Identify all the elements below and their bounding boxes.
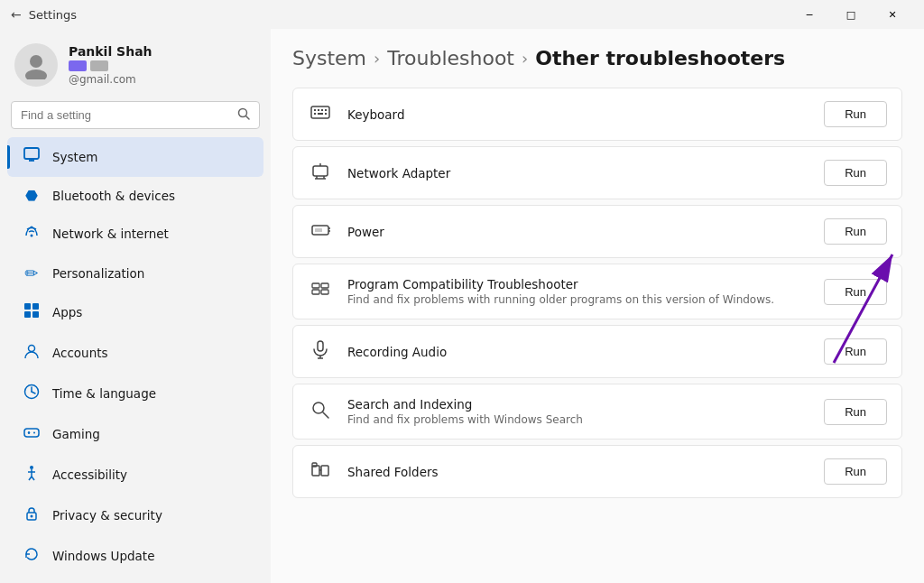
sidebar-item-label-winupdate: Windows Update	[52, 549, 154, 563]
breadcrumb-sep-2: ›	[522, 49, 528, 68]
svg-point-1	[25, 69, 47, 79]
folders-icon	[308, 458, 333, 485]
user-email: @gmail.com	[69, 73, 152, 86]
time-icon	[22, 383, 42, 404]
sidebar-item-time[interactable]: Time & language	[7, 374, 263, 413]
svg-rect-48	[321, 290, 328, 294]
troubleshooter-row-folders: Shared Folders Run	[292, 445, 902, 498]
svg-rect-33	[314, 113, 316, 115]
personalization-icon: ✏	[22, 264, 42, 282]
sidebar-item-bluetooth[interactable]: ⬣ Bluetooth & devices	[7, 178, 263, 213]
breadcrumb-system[interactable]: System	[292, 47, 366, 69]
back-button[interactable]: ←	[11, 7, 22, 22]
troubleshooter-row-network: Network Adapter Run	[292, 146, 902, 199]
network-run-button[interactable]: Run	[824, 160, 887, 186]
svg-rect-11	[32, 311, 39, 318]
svg-rect-4	[24, 148, 39, 159]
sidebar-item-apps[interactable]: Apps	[7, 292, 263, 332]
troubleshooter-row-audio: Recording Audio Run	[292, 325, 902, 378]
troubleshooter-row-compat: Program Compatibility Troubleshooter Fin…	[292, 264, 902, 319]
sidebar-item-label-personalization: Personalization	[52, 266, 144, 281]
accessibility-icon	[22, 464, 42, 486]
titlebar-controls: ─ □ ✕	[789, 0, 913, 29]
sidebar-item-network[interactable]: Network & internet	[7, 214, 263, 254]
audio-run-button[interactable]: Run	[824, 338, 887, 365]
maximize-button[interactable]: □	[830, 0, 872, 29]
search-box	[11, 101, 260, 129]
search-index-icon	[308, 399, 333, 425]
breadcrumb-troubleshoot[interactable]: Troubleshoot	[387, 47, 514, 69]
network-text: Network Adapter	[347, 166, 809, 180]
svg-rect-56	[321, 466, 328, 476]
sidebar-item-winupdate[interactable]: Windows Update	[7, 536, 263, 576]
network-icon	[22, 223, 42, 245]
keyboard-icon	[308, 101, 333, 127]
user-name: Pankil Shah	[69, 44, 152, 59]
sidebar-item-system[interactable]: System	[7, 137, 263, 177]
sidebar-item-personalization[interactable]: ✏ Personalization	[7, 254, 263, 292]
svg-point-21	[30, 466, 33, 469]
keyboard-text: Keyboard	[347, 107, 809, 122]
titlebar-left: ← Settings	[11, 7, 77, 22]
keyboard-title: Keyboard	[347, 107, 809, 122]
sidebar-item-privacy[interactable]: Privacy & security	[7, 495, 263, 535]
svg-point-52	[313, 403, 324, 413]
accounts-icon	[22, 342, 42, 364]
bluetooth-icon: ⬣	[22, 187, 42, 204]
privacy-icon	[22, 504, 42, 526]
svg-rect-45	[312, 283, 319, 288]
svg-rect-36	[313, 166, 328, 176]
sidebar-item-label-system: System	[52, 150, 97, 164]
compat-run-button[interactable]: Run	[824, 279, 887, 305]
keyboard-run-button[interactable]: Run	[824, 101, 887, 127]
main-content: System › Troubleshoot › Other troublesho…	[271, 29, 924, 583]
user-info: Pankil Shah @gmail.com	[69, 44, 152, 86]
sidebar-item-gaming[interactable]: Gaming	[7, 414, 263, 454]
winupdate-icon	[22, 545, 42, 567]
apps-icon	[22, 301, 42, 323]
svg-rect-9	[32, 303, 39, 310]
svg-rect-35	[325, 113, 327, 115]
power-icon	[308, 218, 333, 245]
svg-line-53	[323, 412, 328, 418]
svg-rect-30	[318, 109, 319, 111]
svg-rect-32	[325, 109, 327, 111]
svg-rect-10	[24, 311, 31, 318]
breadcrumb-sep-1: ›	[374, 49, 380, 68]
troubleshooter-row-search: Search and Indexing Find and fix problem…	[292, 384, 902, 440]
sidebar-item-label-accessibility: Accessibility	[52, 467, 127, 482]
system-icon	[22, 146, 42, 168]
sidebar: Pankil Shah @gmail.com	[0, 29, 271, 583]
search-run-button[interactable]: Run	[824, 399, 887, 425]
sidebar-item-label-accounts: Accounts	[52, 346, 108, 360]
folders-title: Shared Folders	[347, 465, 809, 479]
compat-desc: Find and fix problems with running older…	[347, 293, 809, 306]
sidebar-item-accounts[interactable]: Accounts	[7, 333, 263, 373]
svg-rect-31	[321, 109, 323, 111]
svg-rect-54	[312, 466, 319, 476]
svg-rect-55	[312, 463, 317, 467]
troubleshooter-row-power: Power Run	[292, 205, 902, 258]
audio-icon	[308, 338, 333, 365]
compat-title: Program Compatibility Troubleshooter	[347, 277, 809, 292]
power-run-button[interactable]: Run	[824, 218, 887, 245]
svg-point-20	[33, 432, 35, 434]
folders-run-button[interactable]: Run	[824, 458, 887, 485]
search-text: Search and Indexing Find and fix problem…	[347, 397, 809, 426]
color-block-1	[69, 60, 87, 71]
search-icon	[237, 107, 250, 123]
search-input[interactable]	[21, 108, 230, 122]
minimize-button[interactable]: ─	[789, 0, 830, 29]
power-title: Power	[347, 225, 809, 239]
svg-rect-16	[24, 429, 39, 437]
sidebar-item-accessibility[interactable]: Accessibility	[7, 455, 263, 495]
close-button[interactable]: ✕	[872, 0, 913, 29]
user-profile[interactable]: Pankil Shah @gmail.com	[0, 29, 271, 97]
color-block-2	[90, 60, 108, 71]
svg-rect-34	[318, 113, 323, 115]
svg-line-25	[32, 477, 34, 480]
svg-rect-28	[311, 106, 329, 118]
svg-line-15	[32, 392, 35, 393]
svg-rect-49	[318, 341, 323, 351]
sidebar-item-label-time: Time & language	[52, 386, 156, 401]
